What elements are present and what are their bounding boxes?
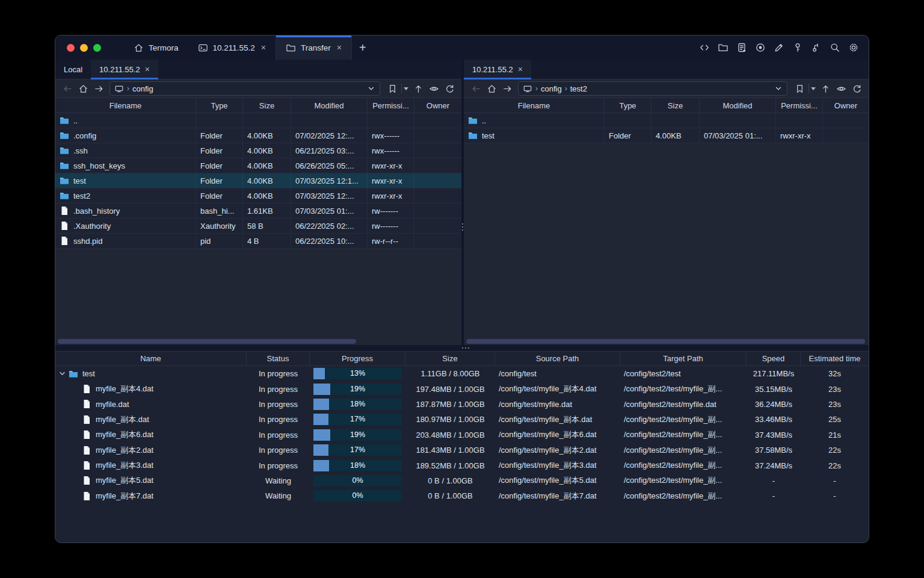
column-header-estimated-time[interactable]: Estimated time xyxy=(801,352,869,365)
column-header-filename[interactable]: Filename xyxy=(464,98,605,113)
column-header-size[interactable]: Size xyxy=(651,98,700,113)
file-row[interactable]: .bash_history bash_hi... 1.61KB 07/03/20… xyxy=(55,204,461,219)
scrollbar-thumb[interactable] xyxy=(466,339,865,344)
record-icon[interactable] xyxy=(755,42,766,53)
transfer-row[interactable]: myfile_副本6.dat In progress 19% 203.48MB … xyxy=(55,427,869,443)
forward-icon[interactable] xyxy=(91,81,106,96)
file-row[interactable]: ssh_host_keys Folder 4.00KB 06/26/2025 0… xyxy=(55,158,461,173)
chevron-down-icon[interactable] xyxy=(367,84,375,93)
column-header-target-path[interactable]: Target Path xyxy=(620,352,747,365)
column-header-status[interactable]: Status xyxy=(247,352,310,365)
transfer-row[interactable]: myfile_副本7.dat Waiting 0% 0 B / 1.00GB /… xyxy=(55,488,869,503)
file-row[interactable]: .Xauthority Xauthority 58 B 06/22/2025 0… xyxy=(55,219,461,234)
breadcrumb-item[interactable]: › test2 xyxy=(565,84,587,93)
keychain-icon[interactable] xyxy=(811,42,822,53)
tab-close-icon[interactable]: × xyxy=(260,43,266,52)
file-row[interactable]: test Folder 4.00KB 07/03/2025 12:1... rw… xyxy=(55,173,461,188)
transfer-row[interactable]: myfile.dat In progress 18% 187.87MB / 1.… xyxy=(55,397,869,412)
file-row[interactable]: sshd.pid pid 4 B 06/22/2025 10:... rw-r-… xyxy=(55,234,461,249)
column-header-size[interactable]: Size xyxy=(243,98,291,113)
right-panel-tabs: 10.211.55.2 × xyxy=(464,60,869,79)
column-header-source-path[interactable]: Source Path xyxy=(495,352,620,365)
panel-tab-close-icon[interactable]: × xyxy=(517,65,523,73)
titlebar-tab[interactable]: Termora xyxy=(124,36,188,60)
file-row[interactable]: test Folder 4.00KB 07/03/2025 01:... rwx… xyxy=(464,128,869,143)
key-icon[interactable] xyxy=(792,42,803,53)
column-header-type[interactable]: Type xyxy=(605,98,651,113)
log-icon[interactable] xyxy=(736,42,747,53)
file-row[interactable]: .config Folder 4.00KB 07/02/2025 12:... … xyxy=(55,128,461,143)
panel-tab[interactable]: Local xyxy=(55,60,91,79)
terminal-icon xyxy=(198,43,208,53)
file-type: Folder xyxy=(196,173,243,188)
bookmark-dropdown-icon[interactable] xyxy=(811,87,816,90)
search-icon[interactable] xyxy=(830,42,840,53)
file-row[interactable]: .. xyxy=(55,113,461,128)
folder-icon xyxy=(468,131,478,140)
column-header-modified[interactable]: Modified xyxy=(700,98,776,113)
left-path-field[interactable]: › config xyxy=(109,81,380,96)
column-header-size[interactable]: Size xyxy=(405,352,495,365)
tab-close-icon[interactable]: × xyxy=(336,43,342,52)
filename: .config xyxy=(73,131,96,140)
breadcrumb-item[interactable]: › config xyxy=(535,84,562,93)
home-icon[interactable] xyxy=(76,81,90,96)
panel-tab-close-icon[interactable]: × xyxy=(144,65,150,73)
forward-icon[interactable] xyxy=(500,81,514,96)
transfer-row[interactable]: myfile_副本.dat In progress 17% 180.97MB /… xyxy=(55,412,869,427)
bookmark-icon[interactable] xyxy=(792,81,807,96)
breadcrumb-item[interactable]: › config xyxy=(127,84,153,93)
column-header-modified[interactable]: Modified xyxy=(291,98,368,113)
transfer-row[interactable]: myfile_副本4.dat In progress 19% 197.48MB … xyxy=(55,381,869,396)
column-header-progress[interactable]: Progress xyxy=(310,352,405,365)
transfer-row[interactable]: test In progress 13% 1.11GB / 8.00GB /co… xyxy=(55,366,869,381)
transfer-row[interactable]: myfile_副本2.dat In progress 17% 181.43MB … xyxy=(55,443,869,458)
show-hidden-icon[interactable] xyxy=(834,81,848,96)
expand-chevron-icon[interactable] xyxy=(59,370,69,377)
new-tab-button[interactable]: + xyxy=(352,36,374,60)
transfer-panel: Name Status Progress Size Source Path Ta… xyxy=(55,352,869,542)
minimize-window-button[interactable] xyxy=(80,44,88,52)
panel-tab[interactable]: 10.211.55.2 × xyxy=(91,60,158,79)
chevron-right-icon: › xyxy=(565,84,567,93)
zoom-window-button[interactable] xyxy=(93,44,101,52)
back-icon[interactable] xyxy=(469,81,483,96)
bookmark-icon[interactable] xyxy=(385,81,399,96)
file-row[interactable]: .. xyxy=(464,113,869,128)
scrollbar-thumb[interactable] xyxy=(58,339,356,344)
titlebar-tab[interactable]: 10.211.55.2 × xyxy=(188,36,276,60)
column-header-type[interactable]: Type xyxy=(196,98,243,113)
panel-tab[interactable]: 10.211.55.2 × xyxy=(464,60,531,79)
column-header-permissions[interactable]: Permissi... xyxy=(776,98,823,113)
back-icon[interactable] xyxy=(60,81,75,96)
code-icon[interactable] xyxy=(699,42,710,53)
home-icon[interactable] xyxy=(484,81,499,96)
transfer-row[interactable]: myfile_副本5.dat Waiting 0% 0 B / 1.00GB /… xyxy=(55,473,869,488)
horizontal-splitter[interactable] xyxy=(55,345,869,352)
edit-icon[interactable] xyxy=(774,42,784,53)
close-window-button[interactable] xyxy=(67,44,75,52)
file-row[interactable]: .ssh Folder 4.00KB 06/21/2025 03:... rwx… xyxy=(55,143,461,158)
transfer-row[interactable]: myfile_副本3.dat In progress 18% 189.52MB … xyxy=(55,458,869,473)
file-owner xyxy=(414,158,461,173)
show-hidden-icon[interactable] xyxy=(427,81,441,96)
bookmark-dropdown-icon[interactable] xyxy=(404,87,408,90)
chevron-down-icon[interactable] xyxy=(774,84,783,93)
column-header-owner[interactable]: Owner xyxy=(414,98,461,113)
column-header-filename[interactable]: Filename xyxy=(55,98,196,113)
column-header-owner[interactable]: Owner xyxy=(823,98,869,113)
panel-tab-label: 10.211.55.2 xyxy=(472,65,513,74)
column-header-name[interactable]: Name xyxy=(55,352,247,365)
right-path-field[interactable]: › config › test2 xyxy=(518,81,787,96)
upload-icon[interactable] xyxy=(818,81,833,96)
titlebar-tab[interactable]: Transfer × xyxy=(276,36,352,60)
folder-icon[interactable] xyxy=(718,42,728,53)
file-row[interactable]: test2 Folder 4.00KB 07/03/2025 12:... rw… xyxy=(55,188,461,204)
vertical-splitter[interactable] xyxy=(461,60,464,345)
upload-icon[interactable] xyxy=(411,81,425,96)
refresh-icon[interactable] xyxy=(849,81,864,96)
column-header-speed[interactable]: Speed xyxy=(747,352,801,365)
column-header-permissions[interactable]: Permissi... xyxy=(368,98,414,113)
refresh-icon[interactable] xyxy=(442,81,457,96)
settings-icon[interactable] xyxy=(848,42,859,53)
